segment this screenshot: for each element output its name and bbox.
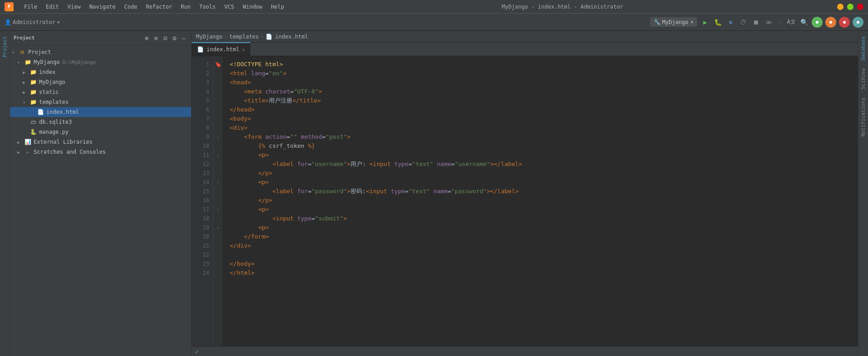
code-line-20: </form> xyxy=(230,232,858,241)
tree-item-index-folder[interactable]: ▶ 📁 index xyxy=(10,67,191,77)
main-layout: Project Project ⊕ ≡ ⊡ ⚙ — ▾ ⊟ Project ▾ xyxy=(0,31,868,356)
run-config-selector[interactable]: 🔧 MyDjango ▾ xyxy=(650,17,698,27)
code-line-7: <body> xyxy=(230,114,858,123)
menu-item-vcs[interactable]: VCS xyxy=(221,3,238,11)
menu-item-navigate[interactable]: Navigate xyxy=(86,3,119,11)
menu-item-edit[interactable]: Edit xyxy=(42,3,63,11)
code-line-14: <p> xyxy=(230,178,858,187)
menu-item-file[interactable]: File xyxy=(20,3,41,11)
breadcrumb-mydjango[interactable]: MyDjango xyxy=(196,34,222,40)
tree-item-mydjango-sub[interactable]: ▶ 📁 MyDjango xyxy=(10,77,191,87)
minimize-button[interactable] xyxy=(837,4,843,10)
menu-item-refactor[interactable]: Refactor xyxy=(142,3,176,11)
status-check-icon: ✓ xyxy=(195,348,199,355)
indicator-teal: ● xyxy=(853,17,863,28)
database-panel-tab[interactable]: Database xyxy=(859,33,868,64)
tab-label: index.html xyxy=(207,46,239,53)
debug-button[interactable]: 🐛 xyxy=(713,17,723,27)
code-line-18: <input type="submit"> xyxy=(230,214,858,223)
run-config-dropdown-icon: ▾ xyxy=(690,19,694,25)
code-content[interactable]: <!DOCTYPE html> <html lang="en"> <head> … xyxy=(222,56,858,346)
code-line-17: <p> xyxy=(230,205,858,214)
tree-item-db-sqlite3[interactable]: ▶ 🗃 db.sqlite3 xyxy=(10,117,191,127)
settings-button[interactable]: ⚙ xyxy=(171,34,178,43)
run-button[interactable]: ▶ xyxy=(700,17,710,27)
indicator-red: ● xyxy=(839,17,850,28)
toolbar-right: 🔧 MyDjango ▾ ▶ 🐛 ⊕ ⏱ ⏹ ≫ | A文 🔍 ● ● ● ● xyxy=(650,17,863,28)
editor-tab-indexhtml[interactable]: 📄 index.html ✕ xyxy=(192,42,251,56)
title-bar: P FileEditViewNavigateCodeRefactorRunToo… xyxy=(0,0,868,14)
code-line-9: <form action="" method="post"> xyxy=(230,132,858,141)
maximize-button[interactable] xyxy=(847,4,853,10)
code-line-12: <label for="username">用户: <input type="t… xyxy=(230,160,858,169)
code-line-3: <head> xyxy=(230,78,858,87)
code-line-6: </head> xyxy=(230,105,858,114)
code-line-5: <title>用户注册</title> xyxy=(230,96,858,105)
coverage-button[interactable]: ⊕ xyxy=(725,17,735,27)
menu-item-run[interactable]: Run xyxy=(177,3,194,11)
code-line-22 xyxy=(230,250,858,259)
hide-sidebar-button[interactable]: — xyxy=(180,34,187,43)
sidebar-toolbar: ⊕ ≡ ⊡ ⚙ — xyxy=(143,34,187,43)
account-button[interactable]: 👤 Administrator ▾ xyxy=(5,19,60,25)
code-line-23: </body> xyxy=(230,259,858,268)
sidebar-header: Project ⊕ ≡ ⊡ ⚙ — xyxy=(10,31,191,45)
line-numbers: 1 2 3 4 5 6 7 8 9 10 11 12 13 14 15 16 1… xyxy=(192,56,213,346)
code-line-21: </div> xyxy=(230,241,858,250)
code-line-24: </html> xyxy=(230,268,858,278)
notifications-panel-tab[interactable]: Notifications xyxy=(859,94,868,140)
run-config-icon: 🔧 xyxy=(654,19,661,25)
tree-item-manage-py[interactable]: ▶ 🐍 manage.py xyxy=(10,127,191,137)
tree-item-templates[interactable]: ▾ 📁 templates xyxy=(10,97,191,107)
title-bar-left: P FileEditViewNavigateCodeRefactorRunToo… xyxy=(5,2,288,11)
project-tab[interactable]: Project xyxy=(0,33,9,61)
window-controls xyxy=(837,4,863,10)
menu-item-view[interactable]: View xyxy=(64,3,84,11)
stop-button[interactable]: ⏹ xyxy=(751,17,761,27)
collapse-all-button[interactable]: ≡ xyxy=(152,34,159,43)
window-title: MyDjango - index.html - Administrator xyxy=(502,4,623,10)
tree-item-static[interactable]: ▶ 📁 static xyxy=(10,87,191,97)
breadcrumb-bar: MyDjango › templates › 📄 index.html xyxy=(192,31,858,43)
status-bar: ✓ xyxy=(192,346,858,356)
search-button[interactable]: 🔍 xyxy=(799,17,809,27)
scroll-from-source-button[interactable]: ⊡ xyxy=(162,34,169,43)
sidebar-title: Project xyxy=(14,35,140,41)
top-toolbar: 👤 Administrator ▾ 🔧 MyDjango ▾ ▶ 🐛 ⊕ ⏱ ⏹… xyxy=(0,14,868,31)
gutter-fold: 🔖 ▾ ▾ ▾ ▾ ▾ xyxy=(213,56,222,346)
tab-file-icon: 📄 xyxy=(197,46,204,53)
code-line-4: <meta charset="UTF-8"> xyxy=(230,87,858,96)
far-left-tabs: Project xyxy=(0,31,10,356)
account-dropdown-icon: ▾ xyxy=(57,19,60,25)
sciview-panel-tab[interactable]: SciView xyxy=(859,65,868,93)
editor-area: MyDjango › templates › 📄 index.html 📄 in… xyxy=(192,31,858,356)
sidebar: Project ⊕ ≡ ⊡ ⚙ — ▾ ⊟ Project ▾ 📁 MyDjan… xyxy=(10,31,192,356)
menu-item-tools[interactable]: Tools xyxy=(196,3,219,11)
status-check-item: ✓ xyxy=(195,348,199,355)
profile-button[interactable]: ⏱ xyxy=(738,17,748,27)
right-panels: Database SciView Notifications xyxy=(858,31,868,356)
add-file-button[interactable]: ⊕ xyxy=(143,34,150,43)
breadcrumb-templates[interactable]: templates xyxy=(229,34,259,40)
tree-item-mydjango-root[interactable]: ▾ 📁 MyDjango D:\MyDjango xyxy=(10,57,191,67)
code-line-1: <!DOCTYPE html> xyxy=(230,60,858,69)
tab-close-button[interactable]: ✕ xyxy=(242,47,245,52)
translate-button[interactable]: A文 xyxy=(786,17,796,27)
menu-item-window[interactable]: Window xyxy=(239,3,266,11)
close-button[interactable] xyxy=(857,4,863,10)
code-editor[interactable]: 1 2 3 4 5 6 7 8 9 10 11 12 13 14 15 16 1… xyxy=(192,56,858,346)
breadcrumb-indexhtml[interactable]: index.html xyxy=(275,34,308,40)
code-line-10: {% csrf_token %} xyxy=(230,141,858,151)
tree-item-index-html[interactable]: ▶ 📄 index.html xyxy=(10,107,191,117)
tree-label-project: Project xyxy=(28,49,51,55)
tree-item-scratches[interactable]: ▶ ✏ Scratches and Consoles xyxy=(10,147,191,157)
menu-item-code[interactable]: Code xyxy=(121,3,141,11)
more-button[interactable]: ≫ xyxy=(764,17,774,27)
tree-item-external-libs[interactable]: ▶ 📊 External Libraries xyxy=(10,137,191,147)
code-line-13: </p> xyxy=(230,169,858,178)
tree-item-project[interactable]: ▾ ⊟ Project xyxy=(10,47,191,57)
code-line-19: <p> xyxy=(230,223,858,232)
code-line-11: <p> xyxy=(230,151,858,160)
menu-item-help[interactable]: Help xyxy=(267,3,288,11)
tab-bar: 📄 index.html ✕ xyxy=(192,43,858,56)
